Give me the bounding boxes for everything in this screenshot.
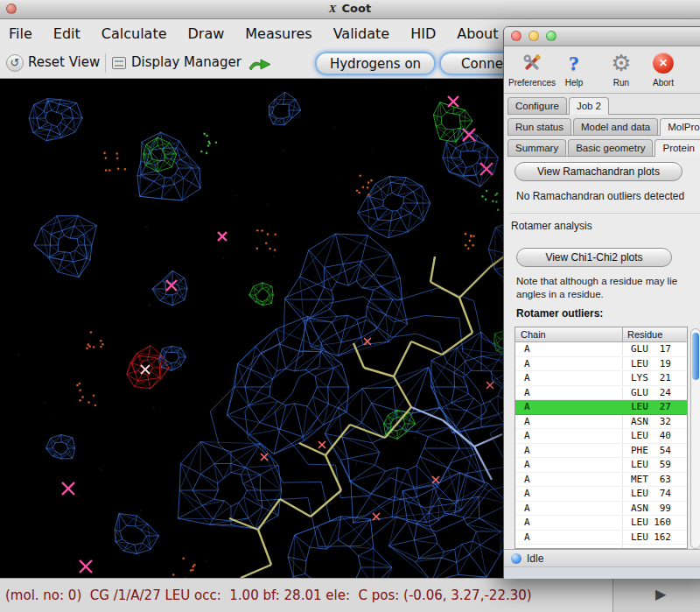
table-row[interactable]: AASN99 (515, 502, 687, 517)
chain-cell: A (524, 401, 530, 412)
menu-validate[interactable]: Validate (333, 25, 389, 42)
dialog-minimize-button[interactable] (528, 31, 539, 41)
gear-icon: ⚙ (611, 49, 631, 77)
validation-dialog: Preferences?Help⚙Run✕Abort ConfigureJob … (503, 26, 700, 578)
table-row[interactable]: APHE54 (515, 444, 687, 459)
toolbar-abort-button[interactable]: ✕Abort (639, 49, 688, 88)
help-icon: ? (569, 49, 579, 77)
table-header[interactable]: Chain Residue (515, 327, 687, 342)
chain-cell: A (524, 474, 530, 485)
menu-edit[interactable]: Edit (53, 25, 80, 42)
menu-about[interactable]: About (457, 25, 498, 42)
tab-configure[interactable]: Configure (508, 97, 567, 114)
residue-cell: LEU (631, 531, 648, 543)
play-arrow-icon[interactable]: ▶ (655, 586, 666, 602)
table-rows: AGLU17ALEU19ALYS21AGLU24ALEU27AASN32ALEU… (515, 342, 687, 548)
green-arrow-icon[interactable] (248, 57, 271, 71)
chain-cell: A (524, 531, 530, 543)
tab-model-and-data[interactable]: Model and data (573, 118, 658, 135)
title-bar: XCoot (0, 0, 700, 19)
table-row[interactable]: ALEU40 (515, 429, 687, 444)
tools-icon (521, 49, 543, 77)
chain-cell: A (524, 445, 530, 456)
residue-number-cell: 32 (660, 416, 671, 427)
table-row[interactable]: AASN32 (515, 415, 687, 430)
x11-icon: X (329, 2, 337, 15)
tab-basic-geometry[interactable]: Basic geometry (568, 139, 653, 156)
residue-cell: GLU (631, 343, 648, 355)
chain-cell: A (524, 503, 530, 514)
table-row[interactable]: AMET63 (515, 473, 687, 488)
table-row[interactable]: ALEU162 (515, 531, 687, 545)
table-scrollbar[interactable] (690, 328, 700, 549)
toolbar-help-button[interactable]: ?Help (556, 49, 592, 88)
chain-cell: A (524, 517, 530, 528)
status-sphere-icon (511, 553, 522, 564)
section-divider (509, 213, 700, 214)
tab-summary[interactable]: Summary (508, 139, 566, 156)
residue-cell: MET (631, 474, 648, 485)
hydrogens-toggle-button[interactable]: Hydrogens on (315, 52, 436, 75)
dialog-status-text: Idle (527, 552, 543, 565)
menu-calculate[interactable]: Calculate (102, 25, 167, 42)
menu-file[interactable]: File (9, 25, 32, 42)
display-manager-icon[interactable] (112, 57, 126, 69)
chain-cell: A (524, 488, 530, 499)
menu-hid[interactable]: HID (410, 25, 436, 42)
chain-cell: A (524, 372, 530, 383)
toolbar-run-button[interactable]: ⚙Run (604, 49, 639, 88)
residue-cell: LEU (631, 488, 648, 499)
tabs-configure-job: ConfigureJob 2 (508, 94, 700, 115)
residue-header[interactable]: Residue (627, 329, 662, 340)
rotamer-outliers-table: Chain Residue AGLU17ALEU19ALYS21AGLU24AL… (514, 327, 688, 549)
menu-draw[interactable]: Draw (188, 25, 225, 42)
toolbar-preferences-button[interactable]: Preferences (508, 49, 556, 88)
toolbar-label: Preferences (508, 78, 556, 88)
header-divider (622, 327, 623, 341)
table-row[interactable]: ALYS21 (515, 371, 687, 386)
residue-cell: LEU (631, 358, 648, 369)
table-row[interactable]: ALEU160 (515, 516, 687, 531)
residue-cell: LEU (631, 459, 648, 470)
reset-view-button[interactable]: Reset View (28, 54, 100, 70)
tab-molprobity[interactable]: MolProbity (660, 118, 700, 136)
table-row[interactable]: AGLU24 (515, 386, 687, 401)
tabs-run-status: Run statusModel and dataMolProbity (508, 116, 700, 136)
toolbar-partial-item[interactable] (688, 49, 700, 78)
dialog-toolbar: Preferences?Help⚙Run✕Abort (504, 46, 700, 94)
residue-number-cell: 63 (660, 474, 671, 485)
residue-cell: ASN (631, 503, 648, 514)
scrollbar-thumb[interactable] (692, 333, 699, 380)
tab-protein[interactable]: Protein (654, 139, 700, 157)
table-row[interactable]: ALEU27 (515, 400, 687, 415)
rotamer-outliers-label: Rotamer outliers: (516, 307, 603, 320)
dialog-resize-strip[interactable] (504, 566, 700, 579)
display-manager-button[interactable]: Display Manager (131, 54, 242, 70)
reset-view-icon[interactable]: ↺ (6, 54, 24, 72)
tab-run-status[interactable]: Run status (508, 118, 571, 135)
rotamer-note-line2: angles in a residue. (516, 289, 604, 299)
residue-number-cell: 40 (660, 430, 671, 441)
view-ramachandran-plots-button[interactable]: View Ramachandran plots (514, 162, 682, 181)
chain-header[interactable]: Chain (521, 329, 546, 340)
dialog-close-button[interactable] (511, 31, 522, 41)
table-row[interactable]: ALEU59 (515, 458, 687, 473)
toolbar-separator (105, 53, 106, 73)
menu-measures[interactable]: Measures (245, 25, 312, 42)
residue-number-cell: 54 (660, 445, 671, 456)
dialog-zoom-button[interactable] (546, 31, 556, 41)
table-row[interactable]: AGLU17 (515, 342, 687, 357)
table-row[interactable]: ALEU19 (515, 357, 687, 372)
abort-icon: ✕ (653, 49, 674, 77)
tab-job-2[interactable]: Job 2 (569, 97, 609, 115)
residue-cell: LEU (631, 430, 648, 441)
view-chi1-chi2-plots-button[interactable]: View Chi1-Chi2 plots (516, 248, 672, 267)
tabs-validation-sections: SummaryBasic geometryProteinC (508, 136, 700, 157)
chain-cell: A (524, 343, 530, 355)
scroll-panel[interactable]: ▶ (612, 579, 700, 612)
residue-number-cell: 74 (660, 488, 671, 499)
chain-cell: A (524, 358, 530, 369)
table-row[interactable]: ALEU74 (515, 487, 687, 502)
ramachandran-status-text: No Ramachandran outliers detected (516, 190, 684, 202)
residue-cell: PHE (631, 445, 648, 456)
